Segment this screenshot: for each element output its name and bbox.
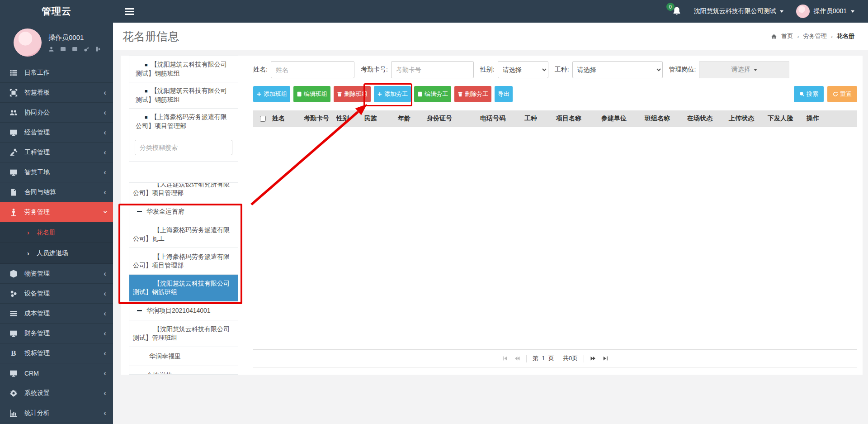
breadcrumb-home[interactable]: 首页 (781, 32, 793, 40)
chevron-left-icon: ‹ (104, 129, 106, 136)
profile-avatar[interactable] (14, 29, 42, 57)
last-page-button[interactable] (602, 355, 609, 362)
user-icon[interactable] (48, 46, 54, 52)
sidebar-item-labor-mgmt[interactable]: 劳务管理 ‹ (0, 202, 113, 222)
tree-item[interactable]: 华润项目20210414001 (129, 301, 238, 320)
gavel-icon (9, 148, 18, 157)
home-icon (771, 33, 777, 39)
sidebar-item-system-settings[interactable]: 系统设置 ‹ (0, 383, 113, 403)
profile-actions (48, 46, 101, 52)
chevron-left-icon: ‹ (104, 369, 106, 377)
tree-item[interactable]: ■【沈阳慧筑云科技有限公司测试】钢筋班组 (129, 56, 238, 82)
breadcrumb-section[interactable]: 劳务管理 (803, 32, 827, 40)
tree-item[interactable]: 金地峯范 (129, 366, 238, 375)
minus-node-icon[interactable] (137, 211, 142, 212)
sidebar-item-materials-mgmt[interactable]: 物资管理 ‹ (0, 264, 113, 284)
minus-node-icon[interactable] (137, 310, 142, 311)
sidebar-item-smart-board[interactable]: 智慧看板 ‹ (0, 83, 113, 103)
tree-item[interactable]: ■【上海豪格玛劳务派遣有限公司】项目管理部 (129, 109, 238, 134)
tree-item[interactable]: 【沈阳慧筑云科技有限公司测试】管理班组 (129, 320, 238, 347)
worktype-select[interactable]: 请选择 (572, 61, 663, 78)
breadcrumb-current: 花名册 (837, 32, 854, 40)
tree-item-selected[interactable]: 【沈阳慧筑云科技有限公司测试】钢筋班组 (129, 275, 238, 301)
col-header-upload: 上传状态 (728, 114, 767, 123)
next-page-button[interactable] (590, 355, 596, 362)
attendance-card-input[interactable] (391, 61, 474, 78)
logout-icon[interactable] (95, 46, 101, 52)
search-button[interactable]: 搜索 (794, 86, 824, 102)
profile-name: 操作员0001 (48, 33, 101, 42)
sidebar-item-equipment-mgmt[interactable]: 设备管理 ‹ (0, 284, 113, 304)
file-icon (9, 188, 18, 196)
notification-badge: 0 (666, 3, 675, 11)
sidebar-item-smart-site[interactable]: 智慧工地 ‹ (0, 162, 113, 182)
edit-worker-button[interactable]: 编辑劳工 (414, 86, 451, 102)
key-icon[interactable] (84, 46, 90, 52)
sidebar-item-engineering-mgmt[interactable]: 工程管理 ‹ (0, 143, 113, 162)
tree-item[interactable]: ■【沈阳慧筑云科技有限公司测试】钢筋班组 (129, 82, 238, 109)
refresh-icon (833, 91, 838, 97)
roster-panel: ■【沈阳慧筑云科技有限公司测试】钢筋班组 ■【沈阳慧筑云科技有限公司测试】钢筋班… (121, 56, 863, 375)
user-dropdown[interactable]: 操作员0001 (796, 5, 854, 18)
tree-item[interactable]: 【上海豪格玛劳务派遣有限公司】项目管理部 (129, 248, 238, 275)
toolbar: 添加班组 编辑班组 删除班组 添加劳工 (253, 86, 857, 102)
delete-worker-button[interactable]: 删除劳工 (454, 86, 491, 102)
app: 管理云 操作员0001 日常工作 智慧看板 (0, 0, 868, 424)
col-header-id-number: 身份证号 (426, 114, 479, 123)
monitor-icon (9, 369, 18, 377)
file-edit-icon (417, 91, 423, 97)
sidebar-item-crm[interactable]: CRM ‹ (0, 363, 113, 383)
notifications-button[interactable]: 0 (672, 6, 681, 16)
delete-team-button[interactable]: 删除班组 (334, 86, 371, 102)
sidebar-item-collaboration[interactable]: 协同办公 ‹ (0, 103, 113, 123)
tree-item[interactable]: 【大连建筑设计研究所有限公司】项目管理部 (129, 182, 238, 202)
square-node-icon: ■ (145, 62, 148, 67)
sidebar-item-business-mgmt[interactable]: 经营管理 ‹ (0, 123, 113, 143)
gender-select[interactable]: 请选择 (498, 61, 548, 78)
first-page-button[interactable] (502, 355, 508, 362)
tree-item[interactable]: 【上海豪格玛劳务派遣有限公司】瓦工 (129, 221, 238, 248)
select-all-checkbox[interactable] (260, 116, 266, 122)
gear-icon (9, 389, 18, 397)
tree-item[interactable]: 华发全运首府 (129, 202, 238, 221)
tree-item[interactable]: 华润幸福里 (129, 347, 238, 366)
chevron-left-icon: ‹ (104, 329, 106, 337)
sidebar-item-finance-mgmt[interactable]: 财务管理 ‹ (0, 324, 113, 343)
sidebar-item-bidding-mgmt[interactable]: B 投标管理 ‹ (0, 343, 113, 363)
position-dropdown[interactable]: 请选择 (699, 61, 789, 78)
chevron-left-icon: ‹ (104, 409, 106, 417)
tree-top-box: ■【沈阳慧筑云科技有限公司测试】钢筋班组 ■【沈阳慧筑云科技有限公司测试】钢筋班… (129, 56, 238, 162)
breadcrumb-separator: › (797, 33, 799, 40)
chevron-down-icon: ‹ (101, 211, 109, 214)
add-worker-button[interactable]: 添加劳工 (374, 86, 411, 102)
sidebar-item-statistics[interactable]: 统计分析 ‹ (0, 403, 113, 423)
sidebar-item-daily-work[interactable]: 日常工作 (0, 63, 113, 83)
add-team-button[interactable]: 添加班组 (253, 86, 290, 102)
edit-team-button[interactable]: 编辑班组 (293, 86, 330, 102)
reset-button[interactable]: 重置 (827, 86, 857, 102)
photo-icon[interactable] (60, 46, 66, 52)
devices-icon (9, 290, 18, 298)
monitor-icon (9, 129, 18, 137)
sidebar-subitem-roster[interactable]: › 花名册 (0, 222, 113, 243)
prev-page-button[interactable] (514, 355, 520, 362)
company-dropdown[interactable]: 沈阳慧筑云科技有限公司测试 (694, 7, 783, 15)
col-header-team: 班组名称 (644, 114, 686, 123)
chevron-left-icon: ‹ (104, 349, 106, 357)
name-input[interactable] (271, 61, 354, 78)
col-header-phone: 电话号码 (479, 114, 524, 123)
edit-icon[interactable] (72, 46, 78, 52)
chevron-left-icon: ‹ (104, 310, 106, 317)
trash-icon (337, 91, 342, 97)
arrow-right-icon: › (27, 250, 29, 257)
sidebar-subitem-entry-exit[interactable]: › 人员进退场 (0, 243, 113, 264)
monitor-icon (9, 168, 18, 176)
worktype-filter-label: 工种: (555, 66, 569, 74)
sidebar-item-contract-settlement[interactable]: 合同与结算 ‹ (0, 182, 113, 202)
export-button[interactable]: 导出 (495, 86, 513, 102)
tree-search-input[interactable] (135, 140, 232, 155)
sidebar-item-cost-mgmt[interactable]: 成本管理 ‹ (0, 304, 113, 324)
col-header-company: 参建单位 (600, 114, 644, 123)
pagination: 第1页 共0页 (253, 350, 857, 367)
hamburger-icon[interactable] (125, 11, 134, 12)
